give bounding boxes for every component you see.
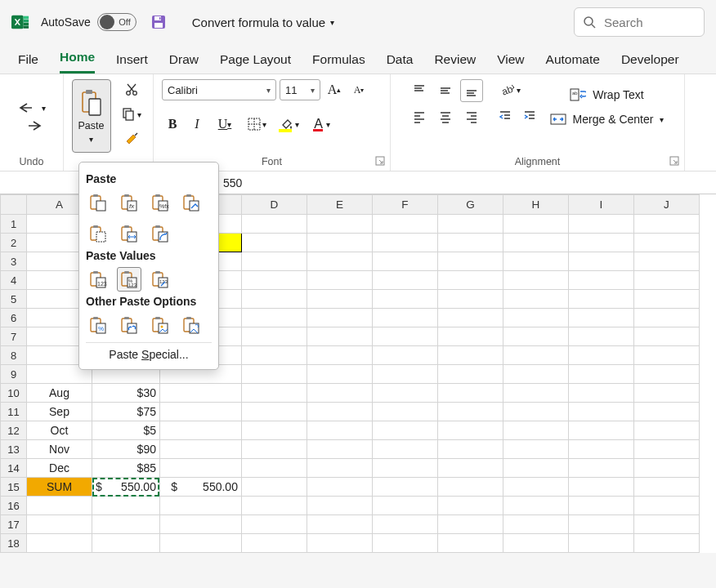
search-icon: [583, 16, 596, 29]
formula-bar-value[interactable]: 550: [217, 176, 242, 189]
row-header[interactable]: 13: [1, 440, 27, 459]
align-top-button[interactable]: [408, 79, 431, 102]
tab-formulas[interactable]: Formulas: [312, 52, 365, 74]
tab-automate[interactable]: Automate: [546, 52, 600, 74]
table-row[interactable]: 11Sep$75: [1, 403, 700, 421]
tab-draw[interactable]: Draw: [169, 52, 199, 74]
increase-indent-button[interactable]: [519, 105, 540, 127]
svg-rect-12: [86, 90, 92, 94]
font-name-combo[interactable]: Calibri▾: [162, 79, 276, 100]
paste-formulas-button[interactable]: fx: [117, 190, 141, 215]
orientation-button[interactable]: ab▾: [494, 79, 527, 100]
tab-insert[interactable]: Insert: [116, 52, 148, 74]
undo-button[interactable]: ▾: [17, 100, 46, 115]
row-header[interactable]: 4: [1, 271, 27, 290]
row-header[interactable]: 3: [1, 252, 27, 271]
row-header[interactable]: 9: [1, 365, 27, 384]
font-size-combo[interactable]: 11▾: [280, 79, 320, 100]
select-all-corner[interactable]: [1, 195, 27, 215]
cut-button[interactable]: [121, 79, 142, 100]
row-header[interactable]: 16: [1, 497, 27, 515]
row-header[interactable]: 14: [1, 459, 27, 478]
font-color-button[interactable]: A ▾: [307, 114, 337, 135]
row-header[interactable]: 10: [1, 384, 27, 403]
col-header[interactable]: F: [372, 195, 437, 215]
row-header[interactable]: 11: [1, 403, 27, 421]
borders-button[interactable]: ▾: [242, 114, 271, 135]
merge-center-button[interactable]: Merge & Center ▾: [547, 107, 668, 131]
row-header[interactable]: 15: [1, 478, 27, 497]
paste-formulas-numfmt-button[interactable]: %fx: [148, 190, 172, 215]
col-header[interactable]: I: [568, 195, 633, 215]
tab-page-layout[interactable]: Page Layout: [220, 52, 291, 74]
tab-data[interactable]: Data: [387, 52, 414, 74]
sum-label-cell[interactable]: SUM: [27, 478, 92, 497]
format-painter-button[interactable]: [121, 128, 142, 149]
row-header[interactable]: 18: [1, 534, 27, 553]
dialog-launcher-alignment[interactable]: [669, 156, 679, 166]
tab-view[interactable]: View: [497, 52, 524, 74]
col-header[interactable]: E: [307, 195, 372, 215]
paste-values-button[interactable]: 123: [86, 267, 110, 292]
paste-formatting-button[interactable]: %: [86, 313, 110, 337]
paste-keep-source-fmt-button[interactable]: [179, 190, 204, 215]
italic-button[interactable]: I: [186, 114, 208, 135]
svg-rect-7: [154, 23, 163, 28]
table-row[interactable]: 14Dec$85: [1, 459, 700, 478]
pasted-value-cell[interactable]: $ 550.00: [159, 478, 241, 497]
wrap-text-button[interactable]: ab Wrap Text: [547, 82, 668, 107]
row-header[interactable]: 5: [1, 290, 27, 309]
row-header[interactable]: 8: [1, 346, 27, 365]
group-undo: ▾ Undo: [0, 74, 64, 171]
paste-no-borders-button[interactable]: [86, 221, 110, 246]
autosave-toggle[interactable]: AutoSave Off: [41, 13, 136, 31]
paste-split-button[interactable]: Paste ▾: [72, 79, 111, 153]
redo-button[interactable]: [20, 118, 43, 133]
paste-picture-button[interactable]: [148, 313, 172, 337]
col-header[interactable]: J: [633, 195, 699, 215]
table-row[interactable]: 12Oct$5: [1, 421, 700, 440]
tab-review[interactable]: Review: [434, 52, 476, 74]
col-header[interactable]: H: [503, 195, 568, 215]
row-header[interactable]: 2: [1, 234, 27, 252]
paste-special-menu-item[interactable]: Paste Special...: [86, 342, 212, 363]
row-header[interactable]: 1: [1, 215, 27, 234]
align-left-button[interactable]: [408, 105, 431, 128]
paste-transpose-button[interactable]: [148, 221, 172, 246]
col-header[interactable]: G: [437, 195, 503, 215]
copied-source-cell[interactable]: $ 550.00: [92, 478, 160, 497]
dialog-launcher-font[interactable]: [375, 156, 385, 166]
save-button[interactable]: [148, 11, 169, 33]
paste-linked-picture-button[interactable]: [179, 313, 204, 337]
copy-button[interactable]: ▾: [118, 104, 145, 125]
bold-button[interactable]: B: [162, 114, 183, 135]
decrease-font-button[interactable]: A▾: [348, 79, 369, 100]
paste-values-numfmt-button[interactable]: %123: [117, 267, 141, 292]
row-header[interactable]: 7: [1, 327, 27, 346]
row-header[interactable]: 17: [1, 515, 27, 534]
align-center-button[interactable]: [434, 105, 457, 128]
align-right-button[interactable]: [460, 105, 483, 128]
tab-file[interactable]: File: [18, 52, 38, 74]
row-header[interactable]: 6: [1, 309, 27, 327]
increase-font-button[interactable]: A▴: [324, 79, 345, 100]
autosave-switch[interactable]: Off: [97, 13, 136, 31]
col-header[interactable]: D: [241, 195, 307, 215]
row-header[interactable]: 12: [1, 421, 27, 440]
decrease-indent-button[interactable]: [494, 105, 516, 127]
fill-color-button[interactable]: ▾: [275, 114, 304, 135]
paste-values-source-fmt-button[interactable]: 123: [148, 267, 172, 292]
tab-home[interactable]: Home: [60, 50, 95, 74]
table-row[interactable]: 10Aug$30: [1, 384, 700, 403]
align-bottom-button[interactable]: [460, 79, 483, 102]
align-middle-button[interactable]: [434, 79, 457, 102]
paste-keep-col-widths-button[interactable]: [117, 221, 141, 246]
underline-button[interactable]: U ▾: [211, 114, 239, 135]
table-row[interactable]: 15SUM$ 550.00$ 550.00: [1, 478, 700, 497]
tab-developer[interactable]: Developer: [621, 52, 679, 74]
table-row[interactable]: 13Nov$90: [1, 440, 700, 459]
search-input[interactable]: Search: [574, 7, 705, 37]
paste-link-button[interactable]: [117, 313, 141, 337]
paste-all-button[interactable]: [86, 190, 110, 215]
doc-title[interactable]: Convert formula to value ▾: [192, 16, 334, 29]
